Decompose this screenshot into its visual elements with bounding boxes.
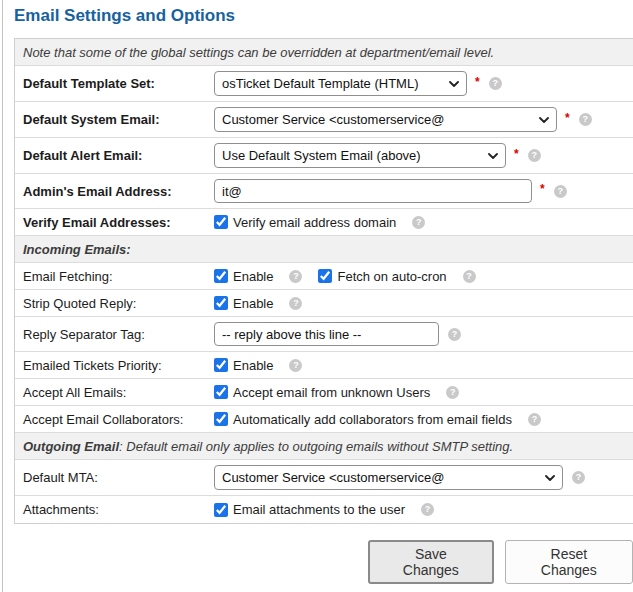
strip-quoted-reply-enable-label: Enable xyxy=(233,296,273,311)
row-verify-email-addresses: Verify Email Addresses: Verify email add… xyxy=(15,209,633,236)
row-default-alert-email: Default Alert Email: Use Default System … xyxy=(15,138,633,174)
row-accept-all-emails: Accept All Emails: Accept email from unk… xyxy=(15,379,633,406)
row-emailed-tickets-priority: Emailed Tickets Priority: Enable ? xyxy=(15,352,633,379)
admin-email-address-label: Admin's Email Address: xyxy=(15,184,214,199)
reply-separator-tag-label: Reply Separator Tag: xyxy=(15,327,214,342)
help-icon[interactable]: ? xyxy=(446,386,459,399)
default-system-email-label: Default System Email: xyxy=(15,112,214,127)
required-asterisk: * xyxy=(514,147,519,161)
default-system-email-select-wrap: Customer Service <customerservice@ xyxy=(214,107,557,132)
outgoing-email-section-header: Outgoing Email: Default email only appli… xyxy=(15,433,633,460)
row-default-system-email: Default System Email: Customer Service <… xyxy=(15,102,633,138)
help-icon[interactable]: ? xyxy=(528,149,541,162)
required-asterisk: * xyxy=(565,111,570,125)
form-button-bar: Save Changes Reset Changes xyxy=(368,540,633,584)
help-icon[interactable]: ? xyxy=(289,359,302,372)
strip-quoted-reply-label: Strip Quoted Reply: xyxy=(15,296,214,311)
outgoing-email-section-desc: : Default email only applies to outgoing… xyxy=(119,439,513,454)
default-template-set-label: Default Template Set: xyxy=(15,76,214,91)
accept-all-emails-label: Accept All Emails: xyxy=(15,385,214,400)
accept-email-collaborators-label: Accept Email Collaborators: xyxy=(15,412,214,427)
row-reply-separator-tag: Reply Separator Tag: ? xyxy=(15,317,633,352)
help-icon[interactable]: ? xyxy=(528,413,541,426)
verify-email-addresses-label: Verify Email Addresses: xyxy=(15,215,214,230)
accept-unknown-users-checkbox[interactable] xyxy=(214,385,228,399)
emailed-tickets-priority-enable-label: Enable xyxy=(233,358,273,373)
default-alert-email-select-wrap: Use Default System Email (above) xyxy=(214,143,506,168)
required-asterisk: * xyxy=(475,75,480,89)
email-fetching-enable-checkbox[interactable] xyxy=(214,269,228,283)
help-icon[interactable]: ? xyxy=(421,503,434,516)
default-alert-email-label: Default Alert Email: xyxy=(15,148,214,163)
help-icon[interactable]: ? xyxy=(289,270,302,283)
fetch-on-auto-cron-label: Fetch on auto-cron xyxy=(337,269,446,284)
row-admin-email-address: Admin's Email Address: * ? xyxy=(15,174,633,209)
help-icon[interactable]: ? xyxy=(412,216,425,229)
help-icon[interactable]: ? xyxy=(572,471,585,484)
pane-edge-divider xyxy=(2,0,3,592)
email-fetching-label: Email Fetching: xyxy=(15,269,214,284)
fetch-on-auto-cron-checkbox[interactable] xyxy=(318,269,332,283)
default-mta-select[interactable]: Customer Service <customerservice@ xyxy=(214,465,563,490)
auto-add-collaborators-label: Automatically add collaborators from ema… xyxy=(233,412,512,427)
email-attachments-to-user-checkbox[interactable] xyxy=(214,503,228,517)
help-icon[interactable]: ? xyxy=(554,185,567,198)
reply-separator-tag-input[interactable] xyxy=(214,322,439,346)
outgoing-email-section-title: Outgoing Email xyxy=(23,439,119,454)
row-attachments: Attachments: Email attachments to the us… xyxy=(15,496,633,523)
admin-email-address-input[interactable] xyxy=(214,179,532,203)
help-icon[interactable]: ? xyxy=(463,270,476,283)
default-template-set-select[interactable]: osTicket Default Template (HTML) xyxy=(214,71,467,96)
email-fetching-enable-label: Enable xyxy=(233,269,273,284)
row-default-mta: Default MTA: Customer Service <customers… xyxy=(15,460,633,496)
global-note-row: Note that some of the global settings ca… xyxy=(15,39,633,66)
page-title: Email Settings and Options xyxy=(14,6,633,26)
default-alert-email-select[interactable]: Use Default System Email (above) xyxy=(214,143,506,168)
row-strip-quoted-reply: Strip Quoted Reply: Enable ? xyxy=(15,290,633,317)
required-asterisk: * xyxy=(540,182,545,196)
email-settings-page: Email Settings and Options Note that som… xyxy=(0,0,633,584)
verify-email-domain-checkbox[interactable] xyxy=(214,215,228,229)
help-icon[interactable]: ? xyxy=(448,328,461,341)
default-template-set-select-wrap: osTicket Default Template (HTML) xyxy=(214,71,467,96)
strip-quoted-reply-enable-checkbox[interactable] xyxy=(214,296,228,310)
email-attachments-to-user-label: Email attachments to the user xyxy=(233,502,405,517)
default-mta-label: Default MTA: xyxy=(15,470,214,485)
auto-add-collaborators-checkbox[interactable] xyxy=(214,412,228,426)
help-icon[interactable]: ? xyxy=(289,297,302,310)
email-settings-table: Note that some of the global settings ca… xyxy=(14,38,633,524)
row-email-fetching: Email Fetching: Enable ? Fetch on auto-c… xyxy=(15,263,633,290)
emailed-tickets-priority-label: Emailed Tickets Priority: xyxy=(15,358,214,373)
reset-changes-button[interactable]: Reset Changes xyxy=(505,540,633,584)
incoming-emails-section-title: Incoming Emails: xyxy=(23,242,131,257)
verify-email-domain-checkbox-label: Verify email address domain xyxy=(233,215,396,230)
help-icon[interactable]: ? xyxy=(489,77,502,90)
incoming-emails-section-header: Incoming Emails: xyxy=(15,236,633,263)
row-default-template-set: Default Template Set: osTicket Default T… xyxy=(15,66,633,102)
emailed-tickets-priority-enable-checkbox[interactable] xyxy=(214,358,228,372)
global-note-text: Note that some of the global settings ca… xyxy=(23,45,494,60)
default-system-email-select[interactable]: Customer Service <customerservice@ xyxy=(214,107,557,132)
attachments-label: Attachments: xyxy=(15,502,214,517)
accept-unknown-users-label: Accept email from unknown Users xyxy=(233,385,430,400)
row-accept-email-collaborators: Accept Email Collaborators: Automaticall… xyxy=(15,406,633,433)
save-changes-button[interactable]: Save Changes xyxy=(368,540,494,584)
default-mta-select-wrap: Customer Service <customerservice@ xyxy=(214,465,563,490)
help-icon[interactable]: ? xyxy=(579,113,592,126)
